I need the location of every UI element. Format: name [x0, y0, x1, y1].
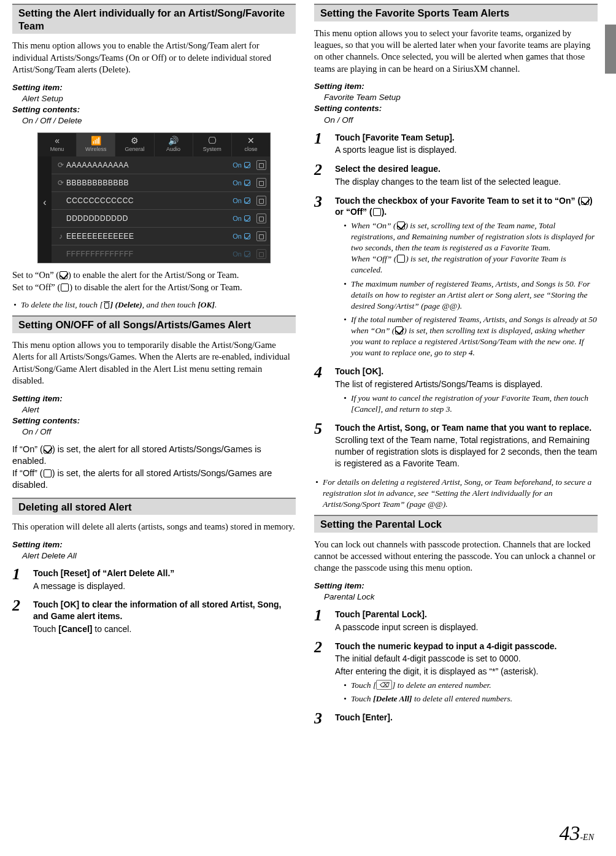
sub-notes: Touch [⌫] to delete an entered number. T…	[335, 680, 598, 704]
step-item: Touch [Parental Lock]. A passcode input …	[314, 609, 598, 633]
setting-contents-label: Setting contents:	[12, 104, 296, 115]
wifi-icon: 📶	[77, 136, 115, 145]
speaker-icon: 🔊	[155, 136, 193, 145]
tail-notes: For details on deleting a registered Art…	[314, 477, 598, 510]
onoff-text: If “On” () is set, the alert for all sto…	[12, 444, 296, 492]
intro-text: This operation will delete all alerts (a…	[12, 521, 296, 533]
note-item: Touch [Delete All] to delete all entered…	[351, 693, 598, 704]
setting-block: Setting item: Alert Delete All	[12, 539, 296, 561]
side-tab	[605, 25, 616, 74]
section-heading-delete-all: Deleting all stored Alert	[12, 498, 296, 515]
setting-block: Setting item: Favorite Team Setup Settin…	[314, 81, 598, 125]
shot-row: ⟳BBBBBBBBBBBBOn	[52, 174, 270, 192]
step-item: Touch [Favorite Team Setup]. A sports le…	[314, 132, 598, 156]
tab-close: ✕close	[232, 133, 270, 156]
page-columns: Setting the Alert individually for an Ar…	[0, 0, 616, 731]
on-badge: On	[233, 161, 250, 170]
shot-row: DDDDDDDDDDDOn	[52, 210, 270, 228]
note-item: To delete the list, touch [] (Delete), a…	[21, 299, 296, 310]
setting-contents-value: On / Off / Delete	[22, 115, 296, 126]
step-item: Touch [Reset] of “Alert Delete All.” A m…	[12, 568, 296, 592]
note-item: When “On” () is set, scrolling text of t…	[351, 220, 598, 276]
back-icon: ‹	[38, 196, 52, 209]
right-column: Setting the Favorite Sports Team Alerts …	[314, 0, 598, 731]
steps-list: Touch [Favorite Team Setup]. A sports le…	[314, 132, 598, 469]
checkbox-off-icon	[397, 255, 405, 263]
trash-icon	[256, 214, 266, 223]
checkbox-off-icon	[61, 283, 69, 291]
tab-wireless: 📶Wireless	[77, 133, 115, 156]
setting-block: Setting item: Alert Setup Setting conten…	[12, 82, 296, 126]
on-badge: On	[233, 250, 250, 259]
checkbox-on-icon	[60, 271, 67, 279]
intro-text: This menu option allows you to temporari…	[12, 339, 296, 387]
shot-top-tabs: «Menu 📶Wireless ⚙General 🔊Audio 🖵System …	[38, 133, 270, 156]
step-item: Touch the checkbox of your Favorite Team…	[314, 195, 598, 358]
checkbox-on-icon	[581, 197, 589, 205]
refresh-icon: ⟳	[55, 160, 66, 170]
on-badge: On	[233, 179, 250, 188]
checkbox-on-icon	[44, 445, 52, 453]
intro-text: This menu option allows you to enable th…	[12, 40, 296, 75]
sub-notes: If you want to cancel the registration o…	[335, 393, 598, 415]
note-item: If you want to cancel the registration o…	[351, 393, 598, 415]
on-badge: On	[233, 232, 250, 241]
section-heading-fav-sports: Setting the Favorite Sports Team Alerts	[314, 4, 598, 21]
left-column: Setting the Alert individually for an Ar…	[12, 0, 296, 731]
gear-icon: ⚙	[115, 136, 153, 145]
sub-notes: When “On” () is set, scrolling text of t…	[335, 220, 598, 358]
trash-icon	[256, 249, 266, 259]
step-item: Touch the Artist, Song, or Team name tha…	[314, 422, 598, 469]
step-item: Select the desired league. The display c…	[314, 163, 598, 188]
tab-general: ⚙General	[115, 133, 154, 156]
shot-row: ♪EEEEEEEEEEEEEOn	[52, 228, 270, 245]
trash-icon	[256, 231, 266, 241]
note-item: If the total number of registered Teams,…	[351, 314, 598, 358]
trash-icon	[256, 196, 266, 206]
backspace-icon: ⌫	[376, 680, 392, 690]
on-badge: On	[233, 196, 250, 206]
refresh-icon: ⟳	[55, 178, 66, 188]
section-heading-parental-lock: Setting the Parental Lock	[314, 515, 598, 533]
tab-audio: 🔊Audio	[155, 133, 193, 156]
monitor-icon: 🖵	[193, 136, 231, 145]
page-footer: 43-EN	[559, 819, 594, 847]
checkbox-on-icon	[395, 326, 403, 334]
intro-text: This menu option allows you to select yo…	[314, 28, 598, 75]
section-heading-onoff-all: Setting ON/OFF of all Songs/Artists/Game…	[12, 315, 296, 333]
intro-text: You can lock out channels with passcode …	[314, 539, 598, 574]
steps-list: Touch [Reset] of “Alert Delete All.” A m…	[12, 568, 296, 635]
chevrons-left-icon: «	[38, 136, 76, 145]
page-suffix: -EN	[580, 833, 594, 842]
checkbox-off-icon	[373, 208, 381, 216]
note-list: To delete the list, touch [] (Delete), a…	[12, 299, 296, 310]
ui-screenshot: «Menu 📶Wireless ⚙General 🔊Audio 🖵System …	[37, 133, 271, 264]
page-number: 43	[559, 822, 580, 844]
trash-icon	[104, 301, 110, 309]
trash-icon	[256, 160, 266, 170]
setting-block: Setting item: Alert Setting contents: On…	[12, 393, 296, 438]
close-icon: ✕	[232, 136, 270, 145]
after-shot-text: Set to “On” () to enable the alert for t…	[12, 269, 296, 293]
steps-list: Touch [Parental Lock]. A passcode input …	[314, 609, 598, 723]
shot-row: FFFFFFFFFFFFFFOn	[52, 245, 270, 263]
tab-system: 🖵System	[193, 133, 232, 156]
step-item: Touch the numeric keypad to input a 4-di…	[314, 641, 598, 704]
on-badge: On	[233, 214, 250, 223]
check-icon	[244, 251, 250, 257]
music-icon: ♪	[55, 231, 66, 241]
setting-item-label: Setting item:	[12, 82, 296, 93]
step-item: Touch [OK]. The list of registered Artis…	[314, 366, 598, 415]
setting-item-value: Alert Setup	[22, 93, 296, 104]
checkbox-off-icon	[44, 469, 52, 477]
shot-row: ⟳AAAAAAAAAAAAOn	[52, 156, 270, 174]
note-item: Touch [⌫] to delete an entered number.	[351, 680, 598, 691]
trash-icon	[256, 178, 266, 188]
check-icon	[244, 233, 250, 239]
check-icon	[244, 180, 250, 186]
section-heading-alert-individual: Setting the Alert individually for an Ar…	[12, 4, 296, 34]
step-item: Touch [OK] to clear the information of a…	[12, 599, 296, 634]
check-icon	[244, 198, 250, 204]
shot-row: CCCCCCCCCCCCOn	[52, 192, 270, 210]
check-icon	[244, 215, 250, 222]
